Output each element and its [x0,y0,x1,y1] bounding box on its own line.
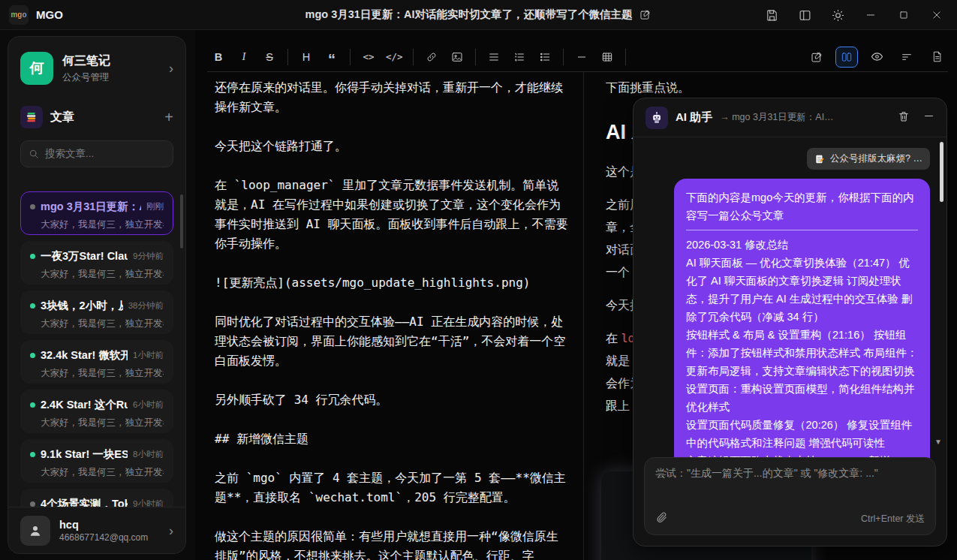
split-view-icon[interactable] [835,47,858,68]
image-icon[interactable] [446,47,468,68]
app-logo: mgo [9,5,29,25]
chip-label: 公众号排版太麻烦? … [830,152,922,165]
status-dot [30,303,35,309]
close-icon[interactable] [930,8,943,22]
inline-code-button[interactable]: <> [357,47,380,68]
toolbar-separator [413,49,414,65]
task-list-icon[interactable] [534,47,556,68]
user-footer[interactable]: hcq 4668677142@qq.com › [8,507,185,553]
article-item[interactable]: 一夜3万Star! Claud… 9分钟前 大家好，我是何三，独立开发者 cl… [20,241,173,285]
editor-paragraph: 同时优化了对话过程中的交互体验——AI 正在生成内容的时候，处理状态会被订阅，界… [215,312,568,371]
status-dot [30,452,35,457]
quote-button[interactable]: “ [321,47,343,68]
outline-icon[interactable] [895,47,918,68]
articles-section-title: 文章 [50,110,74,125]
status-dot [30,353,35,358]
message-text: 按钮样式 & 布局 & 设置重构（21:16） 按钮组件：添加了按钮样式和禁用状… [686,326,918,380]
article-list: mgo 3月31日更新：AI… 刚刚 大家好，我是何三，独立开发者 m… 一夜3… [8,191,185,507]
add-article-button[interactable]: + [164,110,173,125]
toolbar-separator [350,49,351,65]
italic-button[interactable]: I [233,47,255,68]
ordered-list-icon[interactable] [508,47,531,68]
send-shortcut-hint: Ctrl+Enter 发送 [861,513,925,525]
link-icon[interactable] [420,47,443,68]
editor-paragraph: ## 新增微信主题 [215,429,568,449]
ai-chat-input[interactable]: 尝试："生成一篇关于...的文章" 或 "修改文章: ..." Ctrl+Ent… [644,457,936,535]
strikethrough-button[interactable]: S [258,47,281,68]
heading-button[interactable]: H [295,47,317,68]
sidebar: 何 何三笔记 公众号管理 › 文章 + 搜索文章... [8,36,186,554]
minimize-panel-icon[interactable] [923,110,934,125]
article-item[interactable]: mgo 3月31日更新：AI… 刚刚 大家好，我是何三，独立开发者 m… [20,191,173,235]
scroll-down-icon[interactable]: ▼ [934,438,942,446]
message-text: 设置页面：重构设置页面模型，简化组件结构并优化样式 [686,380,918,416]
search-icon [29,149,39,159]
article-item[interactable]: 2.4K Star! 这个Rust… 6小时前 大家好，我是何三，独立开发者 最… [20,390,173,433]
chevron-right-icon[interactable]: › [169,524,173,537]
article-preview: 大家好，我是何三，独立开发者 今… [30,318,164,330]
ai-panel-scrollbar[interactable] [940,142,943,202]
bold-button[interactable]: B [207,47,230,68]
article-item[interactable]: 4个场景实测，Toke… 9小时前 大家好，我是何三，独立开发者 bi… [20,489,173,507]
message-text: AI 聊天面板 — 优化文章切换体验（21:47） 优化了 AI 聊天面板的文章… [686,254,918,326]
articles-section-header: 文章 + [8,95,185,133]
account-avatar: 何 [20,52,53,85]
preview-text: 下面挑重点说。 [606,77,957,99]
trash-icon[interactable] [898,110,910,125]
books-icon [20,106,43,128]
maximize-icon[interactable] [897,8,910,22]
divider-icon[interactable] [570,47,593,68]
table-icon[interactable] [596,47,618,68]
account-subtitle: 公众号管理 [62,71,110,84]
editor-paragraph: 做这个主题的原因很简单：有些用户就想直接用一种“像微信原生排版”的风格，不想挑来… [215,527,568,560]
chevron-right-icon[interactable]: › [169,62,173,75]
article-time: 6小时前 [133,399,164,411]
sidebar-scrollbar[interactable] [180,194,183,248]
toolbar-separator [475,49,476,65]
markdown-editor[interactable]: 还停在原来的对话里。你得手动关掉对话，重新开一个，才能继续操作新文章。 今天把这… [207,72,584,560]
article-title: mgo 3月31日更新：AI… [41,200,141,214]
save-icon[interactable] [765,8,778,22]
article-time: 9分钟前 [133,251,164,262]
article-preview: 大家好，我是何三，独立开发者 m… [30,218,164,231]
article-time: 38分钟前 [128,300,164,312]
article-time: 1小时前 [133,350,164,361]
status-dot [30,254,35,259]
edit-title-icon[interactable] [638,8,652,22]
note-pencil-icon [814,154,825,164]
toolbar-separator [563,49,564,65]
edit-mode-icon[interactable] [805,47,828,68]
panel-toggle-icon[interactable] [798,8,811,22]
document-title: mgo 3月31日更新：AI对话能实时切文章了，还顺带写了个微信主题 [305,8,633,22]
ai-panel-context: → mgo 3月31日更新：AI… [720,111,890,124]
list-icon[interactable] [483,47,505,68]
app-window: mgo MGO mgo 3月31日更新：AI对话能实时切文章了，还顺带写了个微信… [0,0,957,560]
message-text: 设置页面代码质量修复（20:26） 修复设置组件中的代码格式和注释问题 增强代码… [686,416,918,452]
preview-eye-icon[interactable] [865,47,888,68]
ai-message-list[interactable]: 公众号排版太麻烦? … 下面的内容是mgo今天的更新，你根据下面的内容写一篇公众… [633,137,946,459]
message-text: 下面的内容是mgo今天的更新，你根据下面的内容写一篇公众号文章 [686,188,918,224]
article-search-input[interactable]: 搜索文章... [20,140,173,167]
article-preview: 大家好，我是何三，独立开发者 最… [30,417,164,429]
article-time: 9小时前 [133,498,164,507]
article-title: 9.1k Star! 一块ESP… [41,447,128,462]
ai-panel-header: AI 助手 → mgo 3月31日更新：AI… [633,98,946,137]
editor-toolbar: B I S H “ <> </> [207,42,948,72]
theme-sun-icon[interactable] [831,8,844,22]
account-header[interactable]: 何 何三笔记 公众号管理 › [8,37,185,95]
paperclip-icon[interactable] [655,511,668,527]
titlebar-controls [765,0,957,30]
ai-assistant-panel: AI 助手 → mgo 3月31日更新：AI… [633,98,947,546]
article-preview: 大家好，我是何三，独立开发者 语… [30,367,164,380]
article-context-chip[interactable]: 公众号排版太麻烦? … [807,148,930,170]
article-item[interactable]: 32.4k Star! 微软开… 1小时前 大家好，我是何三，独立开发者 语… [20,340,173,384]
document-icon[interactable] [925,47,948,68]
minimize-icon[interactable] [864,8,877,22]
article-item[interactable]: 3块钱，2小时，从… 38分钟前 大家好，我是何三，独立开发者 今… [20,291,173,334]
code-block-button[interactable]: </> [383,47,406,68]
article-title: 3块钱，2小时，从… [41,299,123,313]
titlebar: mgo MGO mgo 3月31日更新：AI对话能实时切文章了，还顺带写了个微信… [0,0,957,30]
toolbar-separator [625,49,626,65]
article-item[interactable]: 9.1k Star! 一块ESP… 8小时前 大家好，我是何三，独立开发者 如… [20,439,173,483]
search-placeholder: 搜索文章... [45,147,94,161]
